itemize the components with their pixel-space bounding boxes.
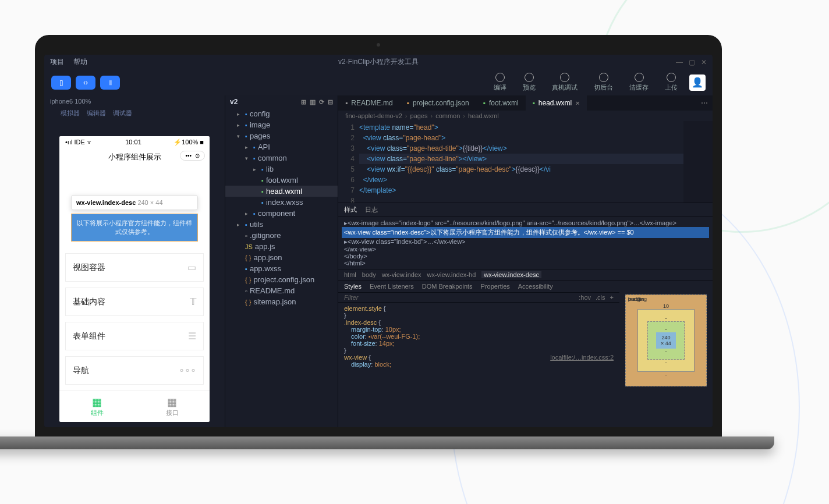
user-avatar[interactable]: 👤: [689, 74, 706, 91]
editor-tab[interactable]: ▪head.wxml✕: [526, 95, 587, 111]
laptop-base: [0, 436, 774, 449]
list-item[interactable]: 视图容器▭: [65, 253, 204, 282]
file-item[interactable]: ▪head.wxml: [225, 186, 338, 197]
editor-panel: ▪README.md▪project.config.json▪foot.wxml…: [338, 95, 713, 427]
pill-label: 调试器: [113, 109, 132, 118]
new-file-icon[interactable]: ⊞: [301, 98, 306, 106]
devtools-tab-styles[interactable]: 样式: [344, 205, 357, 214]
dom-crumb[interactable]: html: [344, 271, 356, 278]
folder-item[interactable]: ▾▪common: [225, 152, 338, 164]
styles-subtab[interactable]: Properties: [481, 283, 510, 290]
phone-signal: •ııl IDE ᯤ: [65, 139, 93, 146]
upload-button[interactable]: 上传: [665, 73, 678, 92]
remote-button[interactable]: 真机调试: [552, 73, 578, 92]
styles-subtab[interactable]: DOM Breakpoints: [422, 283, 473, 290]
filter-input[interactable]: Filter: [344, 294, 358, 301]
device-label: iphone6 100%: [44, 95, 225, 107]
more-tabs-icon[interactable]: ⋯: [696, 99, 713, 107]
file-item[interactable]: { }project.config.json: [225, 274, 338, 285]
toolbar: ▯ ‹› ⫴ 模拟器 编辑器 调试器 编译预览真机调试切后台清缓存上传 👤: [44, 69, 713, 95]
inspect-tooltip: wx-view.index-desc 240 × 44: [71, 195, 198, 210]
camera-dot: [377, 43, 380, 47]
dom-breadcrumb: htmlbodywx-view.indexwx-view.index-hdwx-…: [338, 269, 713, 281]
clear-button[interactable]: 清缓存: [629, 73, 649, 92]
folder-item[interactable]: ▸▪API: [225, 141, 338, 152]
list-item[interactable]: 表单组件☰: [65, 322, 204, 350]
maximize-icon[interactable]: ▢: [689, 58, 695, 66]
devtools-tab-log[interactable]: 日志: [365, 205, 378, 214]
minimap[interactable]: [683, 121, 713, 203]
devtools-panel: 样式 日志 ▸<wx-image class="index-logo" src=…: [338, 203, 713, 400]
new-folder-icon[interactable]: ▥: [310, 98, 316, 106]
breadcrumb: fino-applet-demo-v2›pages›common›head.wx…: [338, 111, 713, 121]
file-item[interactable]: ▪app.wxss: [225, 263, 338, 274]
simulator-toggle[interactable]: ▯: [51, 76, 71, 90]
debugger-toggle[interactable]: ⫴: [100, 76, 120, 90]
folder-item[interactable]: ▾▪pages: [225, 130, 338, 141]
list-item[interactable]: 基础内容𝕋: [65, 288, 204, 316]
editor-toggle[interactable]: ‹›: [76, 76, 95, 90]
css-rules[interactable]: element.style {}.index-desc {</span>marg…: [338, 303, 619, 370]
phone-tab[interactable]: ▦接口: [134, 391, 210, 422]
menu-help[interactable]: 帮助: [73, 57, 87, 67]
dom-crumb[interactable]: wx-view.index: [382, 271, 421, 278]
add-rule-button[interactable]: +: [610, 294, 614, 301]
folder-item[interactable]: ▸▪utils: [225, 219, 338, 230]
switch-button[interactable]: 切后台: [594, 73, 613, 92]
editor-tab[interactable]: ▪README.md: [338, 95, 400, 111]
close-tab-icon[interactable]: ✕: [575, 100, 580, 107]
simulator-panel: iphone6 100% •ııl IDE ᯤ 10:01 ⚡100% ■ 小程…: [44, 95, 225, 427]
phone-time: 10:01: [125, 139, 141, 146]
folder-item[interactable]: ▸▪config: [225, 108, 338, 119]
compile-button[interactable]: 编译: [494, 73, 506, 92]
dom-crumb[interactable]: wx-view.index-desc: [481, 271, 541, 278]
menu-project[interactable]: 项目: [50, 57, 64, 67]
ide-window: 项目 帮助 v2-FinClip小程序开发工具 — ▢ ✕ ▯ ‹› ⫴ 模拟器: [44, 55, 713, 427]
dom-tree[interactable]: ▸<wx-image class="index-logo" src="../re…: [338, 217, 713, 269]
hov-button[interactable]: :hov: [579, 294, 591, 301]
code-viewport[interactable]: 12345678 <template name="head"> <view cl…: [338, 121, 713, 203]
phone-tab[interactable]: ▦组件: [59, 391, 134, 422]
pill-label: 编辑器: [87, 109, 106, 118]
pill-label: 模拟器: [61, 109, 80, 118]
folder-item[interactable]: ▸▪component: [225, 208, 338, 219]
cls-button[interactable]: .cls: [596, 294, 605, 301]
menubar: 项目 帮助 v2-FinClip小程序开发工具 — ▢ ✕: [44, 55, 713, 69]
window-title: v2-FinClip小程序开发工具: [338, 57, 419, 67]
minimize-icon[interactable]: —: [676, 58, 683, 66]
phone-battery: ⚡100% ■: [173, 139, 204, 146]
file-item[interactable]: ▫README.md: [225, 285, 338, 296]
folder-item[interactable]: ▸▪image: [225, 119, 338, 130]
breadcrumb-segment[interactable]: head.wxml: [468, 112, 499, 119]
breadcrumb-segment[interactable]: common: [435, 112, 460, 119]
file-item[interactable]: { }sitemap.json: [225, 296, 338, 307]
editor-tab[interactable]: ▪project.config.json: [400, 95, 476, 111]
highlighted-element[interactable]: 以下将展示小程序官方组件能力，组件样式仅供参考。: [71, 214, 198, 242]
file-item[interactable]: ▫.gitignore: [225, 230, 338, 241]
breadcrumb-segment[interactable]: pages: [410, 112, 428, 119]
styles-subtab[interactable]: Accessibility: [518, 283, 553, 290]
file-item[interactable]: ▪foot.wxml: [225, 175, 338, 186]
dom-crumb[interactable]: body: [362, 271, 376, 278]
editor-tab[interactable]: ▪foot.wxml: [476, 95, 526, 111]
dom-crumb[interactable]: wx-view.index-hd: [427, 271, 476, 278]
editor-tabs: ▪README.md▪project.config.json▪foot.wxml…: [338, 95, 713, 111]
file-item[interactable]: JSapp.js: [225, 241, 338, 252]
styles-subtab[interactable]: Styles: [344, 283, 362, 290]
folder-item[interactable]: ▸▪lib: [225, 164, 338, 175]
refresh-icon[interactable]: ⟳: [319, 98, 324, 106]
preview-button[interactable]: 预览: [523, 73, 536, 92]
file-item[interactable]: { }app.json: [225, 252, 338, 263]
phone-title: 小程序组件展示: [108, 152, 161, 161]
box-model: margin 10 border - padding - 240 × 4: [619, 281, 713, 400]
laptop-frame: 项目 帮助 v2-FinClip小程序开发工具 — ▢ ✕ ▯ ‹› ⫴ 模拟器: [35, 35, 722, 449]
styles-subtab[interactable]: Event Listeners: [370, 283, 414, 290]
close-icon[interactable]: ✕: [701, 58, 707, 66]
file-item[interactable]: ▪index.wxss: [225, 197, 338, 208]
project-root[interactable]: v2: [230, 98, 238, 106]
breadcrumb-segment[interactable]: fino-applet-demo-v2: [345, 112, 402, 119]
phone-capsule[interactable]: •••⊙: [180, 151, 205, 161]
collapse-icon[interactable]: ⊟: [328, 98, 333, 106]
file-explorer: v2 ⊞ ▥ ⟳ ⊟ ▸▪config▸▪image▾▪pages▸▪API▾▪…: [225, 95, 338, 427]
list-item[interactable]: 导航∘∘∘: [65, 356, 204, 385]
